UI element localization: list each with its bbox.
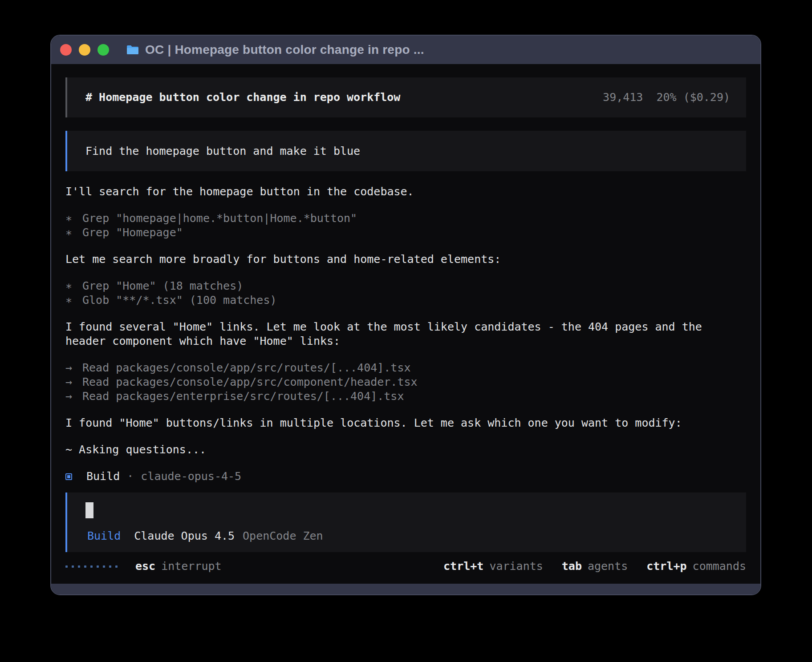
- tool-call-read: →Read packages/enterprise/src/routes/[..…: [65, 389, 746, 404]
- asterisk-icon: ∗: [65, 279, 82, 293]
- tool-call-read: →Read packages/console/app/src/component…: [65, 375, 746, 389]
- agent-name: Build: [86, 469, 120, 484]
- shortcut-key: ctrl+t: [443, 560, 483, 573]
- shortcut-key: ctrl+p: [646, 560, 686, 573]
- tool-call-text: Grep "Homepage": [82, 226, 183, 239]
- shortcut-key: tab: [562, 560, 582, 573]
- arrow-right-icon: →: [65, 389, 82, 404]
- tool-call-grep: ∗Grep "Homepage": [65, 226, 746, 240]
- close-button[interactable]: [60, 44, 72, 56]
- agent-status-line: Build · claude-opus-4-5: [65, 469, 746, 484]
- assistant-paragraph: I'll search for the homepage button in t…: [65, 185, 729, 199]
- terminal-content: # Homepage button color change in repo w…: [51, 64, 760, 584]
- arrow-right-icon: →: [65, 361, 82, 375]
- tool-call-text: Grep "Home" (18 matches): [82, 279, 243, 292]
- footer-hints: esc interrupt ctrl+tvariants tabagents c…: [65, 559, 746, 573]
- user-message: Find the homepage button and make it blu…: [65, 131, 746, 171]
- hint-variants: ctrl+tvariants: [443, 559, 543, 573]
- tool-call-group: ∗Grep "Home" (18 matches) ∗Glob "**/*.ts…: [65, 279, 746, 307]
- assistant-response: I'll search for the homepage button in t…: [65, 185, 746, 484]
- titlebar[interactable]: OC | Homepage button color change in rep…: [51, 36, 760, 64]
- esc-label: interrupt: [161, 559, 221, 573]
- tool-call-read: →Read packages/console/app/src/routes/[.…: [65, 361, 746, 375]
- session-stats: 39,413 20% ($0.29): [603, 90, 730, 105]
- arrow-right-icon: →: [65, 375, 82, 389]
- shortcut-label: variants: [489, 560, 543, 573]
- assistant-paragraph: Let me search more broadly for buttons a…: [65, 252, 729, 266]
- context-cost: 20% ($0.29): [656, 90, 730, 105]
- tool-call-glob: ∗Glob "**/*.tsx" (100 matches): [65, 293, 746, 307]
- assistant-paragraph: I found several "Home" links. Let me loo…: [65, 320, 729, 348]
- provider-label: OpenCode Zen: [243, 529, 323, 543]
- tool-call-group: ∗Grep "homepage|home.*button|Home.*butto…: [65, 211, 746, 240]
- tool-call-text: Read packages/enterprise/src/routes/[...…: [82, 390, 404, 403]
- session-title: # Homepage button color change in repo w…: [85, 90, 400, 105]
- token-count: 39,413: [603, 90, 643, 105]
- agent-square-icon: [65, 473, 72, 480]
- tool-call-text: Glob "**/*.tsx" (100 matches): [82, 294, 277, 307]
- spinner-dots-icon: [65, 565, 118, 568]
- zoom-button[interactable]: [97, 44, 109, 56]
- window-bottom-bar: [51, 584, 760, 594]
- folder-icon: [126, 44, 139, 56]
- tool-call-group: →Read packages/console/app/src/routes/[.…: [65, 361, 746, 404]
- tool-call-text: Read packages/console/app/src/routes/[..…: [82, 361, 411, 374]
- user-message-text: Find the homepage button and make it blu…: [85, 144, 360, 158]
- model-label[interactable]: Claude Opus 4.5: [134, 529, 235, 543]
- working-status: ~ Asking questions...: [65, 443, 746, 457]
- prompt-input[interactable]: Build Claude Opus 4.5 OpenCode Zen: [65, 492, 746, 552]
- tool-call-grep: ∗Grep "Home" (18 matches): [65, 279, 746, 293]
- esc-key: esc: [135, 559, 155, 573]
- hint-commands: ctrl+pcommands: [646, 559, 746, 573]
- tool-call-grep: ∗Grep "homepage|home.*button|Home.*butto…: [65, 211, 746, 226]
- interrupt-hint: esc interrupt: [65, 559, 222, 573]
- text-cursor: [85, 502, 93, 518]
- terminal-window: OC | Homepage button color change in rep…: [50, 35, 761, 595]
- tool-call-text: Read packages/console/app/src/component/…: [82, 375, 418, 388]
- asterisk-icon: ∗: [65, 293, 82, 307]
- hint-agents: tabagents: [562, 559, 628, 573]
- mode-label[interactable]: Build: [87, 529, 121, 543]
- window-title: OC | Homepage button color change in rep…: [145, 43, 424, 57]
- session-header: # Homepage button color change in repo w…: [65, 77, 746, 117]
- minimize-button[interactable]: [79, 44, 90, 56]
- shortcut-label: commands: [693, 560, 746, 573]
- shortcut-label: agents: [588, 560, 628, 573]
- assistant-paragraph: I found "Home" buttons/links in multiple…: [65, 416, 729, 430]
- dot-separator: ·: [127, 469, 134, 484]
- shortcut-hints: ctrl+tvariants tabagents ctrl+pcommands: [425, 559, 746, 573]
- agent-model: claude-opus-4-5: [141, 469, 241, 484]
- input-meta: Build Claude Opus 4.5 OpenCode Zen: [87, 529, 323, 543]
- tool-call-text: Grep "homepage|home.*button|Home.*button…: [82, 212, 357, 225]
- asterisk-icon: ∗: [65, 211, 82, 226]
- asterisk-icon: ∗: [65, 226, 82, 240]
